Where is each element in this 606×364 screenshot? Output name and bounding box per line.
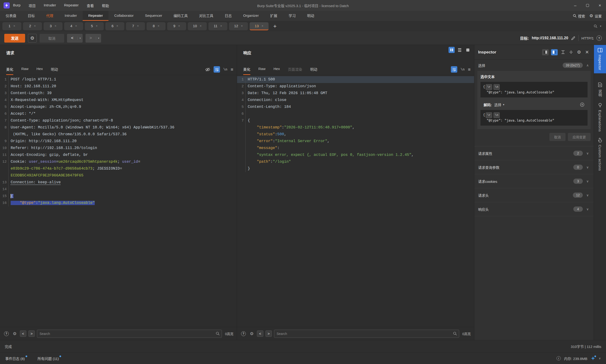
maximize-button[interactable] xyxy=(581,0,594,11)
repeater-tab-9[interactable]: 9× xyxy=(167,22,186,30)
close-tab-icon[interactable]: × xyxy=(55,24,56,28)
repeater-tab-1[interactable]: 1× xyxy=(2,22,21,30)
search-settings-icon[interactable]: ⚙ xyxy=(12,331,18,337)
show-newlines-icon[interactable]: \n xyxy=(461,68,465,71)
editor-menu-icon[interactable]: ≡ xyxy=(231,67,233,72)
rows-layout-icon[interactable] xyxy=(456,47,463,53)
add-tab-button[interactable]: + xyxy=(270,22,280,30)
repeater-tab-4[interactable]: 4× xyxy=(64,22,83,30)
close-tab-icon[interactable]: × xyxy=(157,24,159,28)
request-search-input[interactable] xyxy=(37,330,222,338)
tool-tab-日志[interactable]: 日志 xyxy=(219,11,237,21)
word-wrap-icon[interactable] xyxy=(451,66,457,73)
response-search-input[interactable] xyxy=(274,330,459,338)
request-view-tab-美化[interactable]: 美化 xyxy=(6,67,13,75)
menu-Repeater[interactable]: Repeater xyxy=(64,3,79,8)
close-tab-icon[interactable]: × xyxy=(241,24,243,28)
chevron-down-icon[interactable]: ∨ xyxy=(585,179,590,183)
selection-section-header[interactable]: 选择 39 (0x27) ∧ xyxy=(474,60,594,71)
response-view-tab-Hex[interactable]: Hex xyxy=(274,67,280,75)
regex-help-icon[interactable]: ? xyxy=(3,331,10,337)
close-button[interactable]: × xyxy=(594,0,606,11)
decoded-text-value[interactable]: {\r\n "@type": "java.lang.AutoCloseable" xyxy=(481,110,588,126)
tool-tab-目标[interactable]: 目标 xyxy=(22,11,41,21)
inspector-apply-button[interactable]: 应用变更 xyxy=(568,133,591,141)
chevron-down-icon[interactable]: ∨ xyxy=(585,165,590,169)
bottom-tab-事件日志 (8)[interactable]: 事件日志 (8) xyxy=(5,356,27,361)
response-editor[interactable]: 1HTTP/1.1 5002Content-Type: application/… xyxy=(237,75,474,327)
menu-Burp[interactable]: Burp xyxy=(13,3,21,8)
tool-tab-明动[interactable]: 明动 xyxy=(302,11,320,21)
next-match-button[interactable]: > xyxy=(265,330,272,337)
close-tab-icon[interactable]: × xyxy=(75,24,77,28)
chevron-up-icon[interactable]: ∧ xyxy=(585,63,590,67)
response-view-tab-美化[interactable]: 美化 xyxy=(243,67,250,75)
inspector-left-layout-icon[interactable] xyxy=(542,49,549,55)
show-newlines-icon[interactable]: \n xyxy=(223,68,227,71)
back-dropdown-icon[interactable]: ▾ xyxy=(77,37,83,40)
inspector-settings-icon[interactable]: ⚙ xyxy=(576,50,582,55)
chevron-down-icon[interactable]: ∨ xyxy=(585,193,590,197)
rail-tab-explanations[interactable]: Explanations xyxy=(594,100,606,135)
send-button[interactable]: 发送 xyxy=(4,34,25,43)
send-settings-button[interactable]: ⚙ xyxy=(28,34,37,43)
inspector-cancel-button[interactable]: 取消 xyxy=(549,133,565,141)
decode-dropdown[interactable]: 选择 ▾ xyxy=(494,102,504,107)
close-tab-icon[interactable]: × xyxy=(13,24,15,28)
repeater-tab-6[interactable]: 6× xyxy=(105,22,124,30)
rail-tab-inspector[interactable]: Inspector xyxy=(594,45,606,73)
rail-tab-notes[interactable]: 说明 xyxy=(594,79,606,100)
inspector-section-请求属性[interactable]: 请求属性2∨ xyxy=(474,146,594,160)
inspector-section-请求查询参数[interactable]: 请求查询参数0∨ xyxy=(474,160,594,174)
chevron-down-icon[interactable]: ∨ xyxy=(599,357,601,360)
inspector-close-icon[interactable]: ✕ xyxy=(584,50,590,55)
tabs-layout-icon[interactable] xyxy=(465,47,471,53)
prev-match-button[interactable]: < xyxy=(257,330,263,337)
search-button[interactable]: 搜索 xyxy=(573,13,585,18)
chevron-down-icon[interactable]: ∨ xyxy=(585,207,590,211)
inspector-section-请求头[interactable]: 请求头12∨ xyxy=(474,188,594,202)
history-back-button[interactable]: < ▾ xyxy=(67,34,83,43)
info-icon[interactable]: i xyxy=(556,356,561,361)
tool-tab-代理[interactable]: 代理 xyxy=(41,11,59,21)
hide-nonprintable-icon[interactable] xyxy=(205,67,210,72)
close-tab-icon[interactable]: × xyxy=(137,24,139,28)
pause-layout-icon[interactable] xyxy=(449,47,455,53)
request-view-tab-Hex[interactable]: Hex xyxy=(37,67,43,75)
ai-spark-icon[interactable] xyxy=(591,356,595,361)
repeater-tab-2[interactable]: 2× xyxy=(23,22,42,30)
repeater-tab-5[interactable]: 5× xyxy=(85,22,104,30)
http-version[interactable]: HTTP/1 xyxy=(581,36,594,40)
close-tab-icon[interactable]: × xyxy=(220,24,222,28)
search-settings-icon[interactable]: ⚙ xyxy=(249,331,255,337)
add-decode-step-icon[interactable] xyxy=(580,103,584,107)
tool-tab-扩展[interactable]: 扩展 xyxy=(264,11,283,21)
request-editor[interactable]: 1POST /login HTTP/1.12Host: 192.168.111.… xyxy=(0,75,237,327)
inspector-section-请求cookies[interactable]: 请求cookies3∨ xyxy=(474,174,594,188)
regex-help-icon[interactable]: ? xyxy=(240,331,247,337)
repeater-tab-7[interactable]: 7× xyxy=(126,22,145,30)
rail-tab-custom-actions[interactable]: Custom actions xyxy=(594,135,606,174)
tool-tab-Intruder[interactable]: Intruder xyxy=(59,11,83,21)
repeater-tab-10[interactable]: 10× xyxy=(188,22,207,30)
close-tab-icon[interactable]: × xyxy=(178,24,180,28)
request-view-tab-明动[interactable]: 明动 xyxy=(51,67,58,75)
tool-tab-仪表盘[interactable]: 仪表盘 xyxy=(0,11,22,21)
inspector-right-layout-icon[interactable] xyxy=(551,49,558,55)
tab-list-chevron-icon[interactable]: ▾ xyxy=(600,25,601,28)
close-tab-icon[interactable]: × xyxy=(116,24,118,28)
request-view-tab-Raw[interactable]: Raw xyxy=(21,67,28,75)
tool-tab-编码工具[interactable]: 编码工具 xyxy=(168,11,193,21)
close-tab-icon[interactable]: × xyxy=(200,24,202,28)
tool-tab-Repeater[interactable]: Repeater xyxy=(83,11,109,21)
help-icon[interactable]: ? xyxy=(596,36,602,41)
expand-all-icon[interactable] xyxy=(560,50,566,54)
chevron-down-icon[interactable]: ∨ xyxy=(585,151,590,155)
minimize-button[interactable]: – xyxy=(569,0,581,11)
editor-menu-icon[interactable]: ≡ xyxy=(468,67,470,72)
prev-match-button[interactable]: < xyxy=(20,330,26,337)
repeater-tab-11[interactable]: 11× xyxy=(208,22,227,30)
edit-target-icon[interactable] xyxy=(571,36,576,40)
menu-Intruder[interactable]: Intruder xyxy=(44,3,56,8)
tool-tab-对比工具[interactable]: 对比工具 xyxy=(193,11,219,21)
